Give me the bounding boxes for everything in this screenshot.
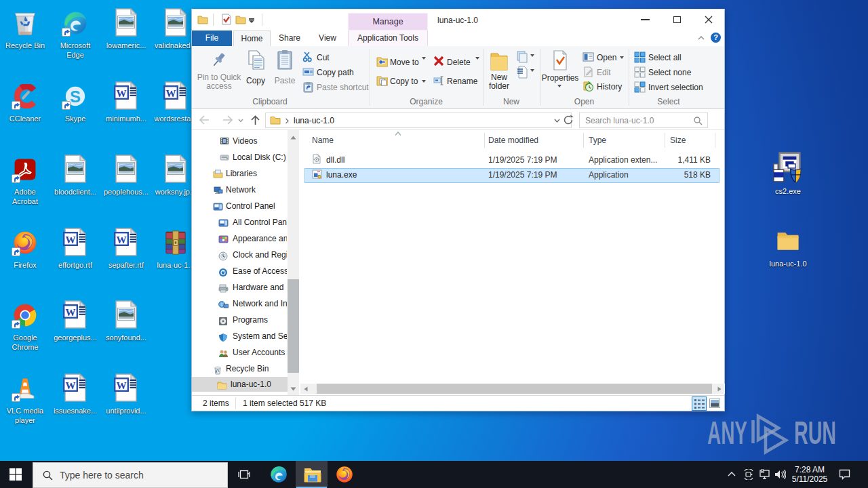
svg-text:ANY: ANY [707, 414, 747, 451]
svg-text:RUN: RUN [794, 414, 836, 451]
